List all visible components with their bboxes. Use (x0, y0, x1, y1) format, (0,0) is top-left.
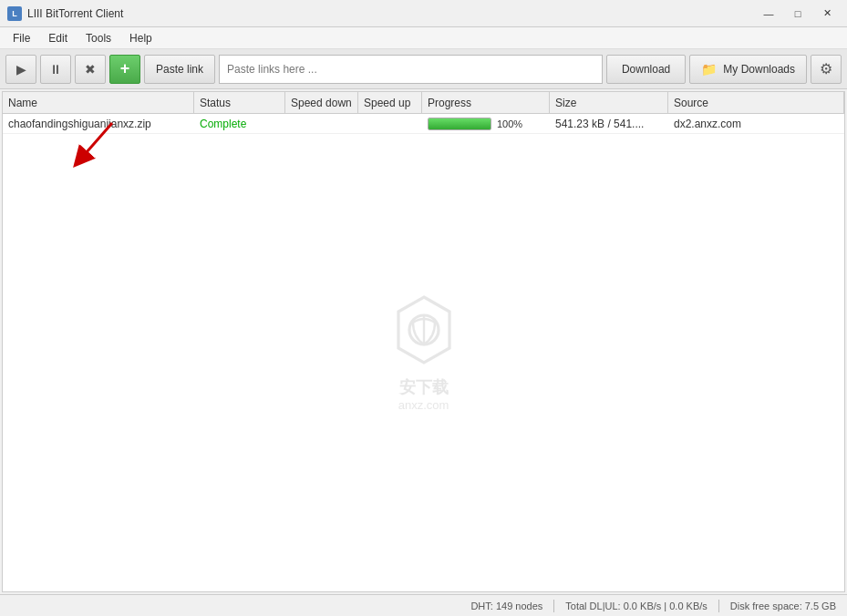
stop-button[interactable]: ✖ (75, 55, 106, 84)
main-content: Name Status Speed down Speed up Progress… (2, 91, 845, 592)
maximize-button[interactable]: □ (785, 5, 811, 23)
table-body: chaofandingshiguanjianxz.zip Complete 10… (3, 114, 844, 591)
status-dht: DHT: 149 nodes (470, 601, 542, 611)
window-controls: — □ ✕ (756, 5, 840, 23)
watermark-icon (387, 293, 460, 366)
app-icon: L (7, 6, 22, 21)
pause-button[interactable]: ⏸ (40, 55, 71, 84)
menu-edit[interactable]: Edit (39, 30, 77, 46)
svg-point-0 (409, 315, 439, 344)
add-button[interactable]: + (109, 55, 140, 84)
cell-source-0: dx2.anxz.com (668, 114, 844, 133)
cell-progress-0: 100% (422, 114, 550, 133)
cell-speed-up-0 (358, 114, 422, 133)
status-sep-1 (553, 600, 554, 612)
cell-name-0: chaofandingshiguanjianxz.zip (3, 114, 194, 133)
close-button[interactable]: ✕ (814, 5, 840, 23)
paste-link-button[interactable]: Paste link (144, 55, 215, 84)
status-disk: Disk free space: 7.5 GB (730, 601, 836, 611)
status-sep-2 (718, 600, 719, 612)
table-header: Name Status Speed down Speed up Progress… (3, 92, 844, 114)
progress-bar (428, 118, 491, 130)
menu-help[interactable]: Help (120, 30, 161, 46)
settings-button[interactable]: ⚙ (811, 55, 842, 84)
menu-tools[interactable]: Tools (77, 30, 120, 46)
menu-bar: File Edit Tools Help (0, 27, 847, 49)
status-bar: DHT: 149 nodes Total DL|UL: 0.0 KB/s | 0… (0, 594, 847, 616)
title-bar: L LIII BitTorrent Client — □ ✕ (0, 0, 847, 27)
watermark: 安下载 anxz.com (387, 293, 460, 412)
pause-icon: ⏸ (49, 62, 62, 77)
cell-status-0: Complete (194, 114, 285, 133)
menu-file[interactable]: File (4, 30, 39, 46)
col-header-speed-down[interactable]: Speed down (285, 92, 358, 113)
gear-icon: ⚙ (820, 60, 832, 77)
table-row[interactable]: chaofandingshiguanjianxz.zip Complete 10… (3, 114, 844, 134)
minimize-button[interactable]: — (756, 5, 781, 23)
download-button[interactable]: Download (606, 55, 686, 84)
url-input[interactable] (219, 55, 603, 84)
my-downloads-button[interactable]: 📁 My Downloads (689, 55, 807, 84)
toolbar: ▶ ⏸ ✖ + Paste link Download 📁 My Downloa… (0, 49, 847, 89)
window-title: LIII BitTorrent Client (27, 7, 756, 20)
stop-icon: ✖ (85, 62, 96, 77)
play-icon: ▶ (16, 62, 26, 77)
cell-size-0: 541.23 kB / 541.... (550, 114, 668, 133)
play-button[interactable]: ▶ (5, 55, 36, 84)
col-header-source[interactable]: Source (668, 92, 844, 113)
col-header-progress[interactable]: Progress (422, 92, 550, 113)
progress-fill (429, 118, 491, 129)
watermark-text: 安下载 (387, 376, 460, 398)
col-header-status[interactable]: Status (194, 92, 285, 113)
my-downloads-label: My Downloads (723, 63, 795, 76)
col-header-name[interactable]: Name (3, 92, 194, 113)
progress-label: 100% (497, 118, 522, 129)
col-header-size[interactable]: Size (550, 92, 668, 113)
cell-speed-down-0 (285, 114, 358, 133)
folder-icon: 📁 (701, 62, 717, 77)
col-header-speed-up[interactable]: Speed up (358, 92, 422, 113)
status-speed: Total DL|UL: 0.0 KB/s | 0.0 KB/s (565, 601, 708, 611)
watermark-url: anxz.com (387, 398, 460, 412)
add-icon: + (120, 59, 130, 78)
